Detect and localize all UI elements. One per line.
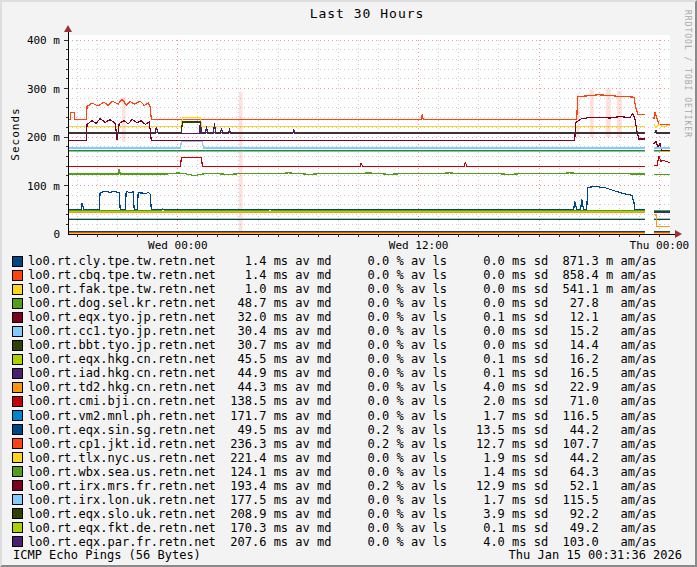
- legend-row: lo0.rt.tlx.nyc.us.retn.net 221.4 ms av m…: [12, 451, 657, 465]
- legend-row: lo0.rt.vm2.mnl.ph.retn.net 171.7 ms av m…: [12, 409, 657, 423]
- y-tick-label: 400 m: [27, 34, 60, 47]
- legend-row: lo0.rt.cly.tpe.tw.retn.net 1.4 ms av md …: [12, 254, 657, 268]
- x-tick-label: Wed 00:00: [148, 239, 208, 252]
- legend-color-swatch: [12, 466, 23, 477]
- chart-plot: 400 m300 m200 m100 m0Wed 00:00Wed 12:00T…: [2, 2, 697, 254]
- legend-color-swatch: [12, 410, 23, 421]
- legend-color-swatch: [12, 298, 23, 309]
- legend-row-text: lo0.rt.cmi.bji.cn.retn.net 138.5 ms av m…: [28, 395, 657, 407]
- legend-color-swatch: [12, 452, 23, 463]
- legend-color-swatch: [12, 354, 23, 365]
- legend-color-swatch: [12, 382, 23, 393]
- legend-color-swatch: [12, 494, 23, 505]
- legend-row: lo0.rt.cbq.tpe.tw.retn.net 1.4 ms av md …: [12, 268, 657, 282]
- legend-row-text: lo0.rt.eqx.slo.uk.retn.net 208.9 ms av m…: [28, 508, 657, 520]
- legend-color-swatch: [12, 340, 23, 351]
- legend-row-text: lo0.rt.eqx.sin.sg.retn.net 49.5 ms av md…: [28, 424, 657, 436]
- y-tick-label: 100 m: [27, 180, 60, 193]
- legend-color-swatch: [12, 438, 23, 449]
- legend-row: lo0.rt.fak.tpe.tw.retn.net 1.0 ms av md …: [12, 282, 657, 296]
- legend-row-text: lo0.rt.cbq.tpe.tw.retn.net 1.4 ms av md …: [28, 269, 657, 281]
- legend-color-swatch: [12, 326, 23, 337]
- legend-row: lo0.rt.eqx.par.fr.retn.net 207.6 ms av m…: [12, 535, 657, 549]
- legend-row-text: lo0.rt.cp1.jkt.id.retn.net 236.3 ms av m…: [28, 438, 657, 450]
- legend-row-text: lo0.rt.vm2.mnl.ph.retn.net 171.7 ms av m…: [28, 410, 657, 422]
- legend-row: lo0.rt.bbt.tyo.jp.retn.net 30.7 ms av md…: [12, 338, 657, 352]
- x-tick-label: Thu 00:00: [630, 239, 690, 252]
- legend-row: lo0.rt.eqx.fkt.de.retn.net 170.3 ms av m…: [12, 521, 657, 535]
- legend-row: lo0.rt.iad.hkg.cn.retn.net 44.9 ms av md…: [12, 366, 657, 380]
- legend-row-text: lo0.rt.dog.sel.kr.retn.net 48.7 ms av md…: [28, 297, 657, 309]
- legend-color-swatch: [12, 368, 23, 379]
- smoke-band: [239, 92, 243, 232]
- smoke-band: [590, 89, 594, 137]
- rrd-graph-image: Last 30 Hours Seconds RRDTOOL / TOBI OET…: [0, 0, 697, 567]
- legend-row: lo0.rt.cc1.tyo.jp.retn.net 30.4 ms av md…: [12, 324, 657, 338]
- legend-color-swatch: [12, 522, 23, 533]
- legend-row-text: lo0.rt.fak.tpe.tw.retn.net 1.0 ms av md …: [28, 283, 657, 295]
- legend-row-text: lo0.rt.wbx.sea.us.retn.net 124.1 ms av m…: [28, 466, 657, 478]
- legend-color-swatch: [12, 508, 23, 519]
- legend-row: lo0.rt.eqx.tyo.jp.retn.net 32.0 ms av md…: [12, 310, 657, 324]
- legend-row: lo0.rt.eqx.hkg.cn.retn.net 45.5 ms av md…: [12, 352, 657, 366]
- y-tick-label: 200 m: [27, 131, 60, 144]
- legend-row-text: lo0.rt.td2.hkg.cn.retn.net 44.3 ms av md…: [28, 381, 657, 393]
- legend-row-text: lo0.rt.eqx.par.fr.retn.net 207.6 ms av m…: [28, 536, 657, 548]
- x-axis-arrow: [675, 230, 682, 238]
- legend-color-swatch: [12, 480, 23, 491]
- legend-color-swatch: [12, 396, 23, 407]
- legend-row-text: lo0.rt.irx.lon.uk.retn.net 177.5 ms av m…: [28, 494, 657, 506]
- legend-row: lo0.rt.irx.lon.uk.retn.net 177.5 ms av m…: [12, 493, 657, 507]
- legend-row: lo0.rt.dog.sel.kr.retn.net 48.7 ms av md…: [12, 296, 657, 310]
- y-tick-label: 0: [53, 228, 60, 241]
- legend: lo0.rt.cly.tpe.tw.retn.net 1.4 ms av md …: [12, 254, 657, 549]
- legend-row-text: lo0.rt.bbt.tyo.jp.retn.net 30.7 ms av md…: [28, 339, 657, 351]
- legend-row-text: lo0.rt.eqx.fkt.de.retn.net 170.3 ms av m…: [28, 522, 657, 534]
- legend-row-text: lo0.rt.iad.hkg.cn.retn.net 44.9 ms av md…: [28, 367, 657, 379]
- legend-row-text: lo0.rt.irx.mrs.fr.retn.net 193.4 ms av m…: [28, 480, 657, 492]
- legend-row: lo0.rt.eqx.sin.sg.retn.net 49.5 ms av md…: [12, 423, 657, 437]
- x-tick-label: Wed 12:00: [389, 239, 449, 252]
- legend-row: lo0.rt.cp1.jkt.id.retn.net 236.3 ms av m…: [12, 437, 657, 451]
- legend-row-text: lo0.rt.tlx.nyc.us.retn.net 221.4 ms av m…: [28, 452, 657, 464]
- legend-color-swatch: [12, 270, 23, 281]
- legend-row: lo0.rt.eqx.slo.uk.retn.net 208.9 ms av m…: [12, 507, 657, 521]
- legend-row-text: lo0.rt.eqx.hkg.cn.retn.net 45.5 ms av md…: [28, 353, 657, 365]
- smoke-band: [617, 91, 622, 137]
- legend-row: lo0.rt.td2.hkg.cn.retn.net 44.3 ms av md…: [12, 380, 657, 394]
- legend-row: lo0.rt.irx.mrs.fr.retn.net 193.4 ms av m…: [12, 479, 657, 493]
- y-tick-label: 300 m: [27, 83, 60, 96]
- legend-row: lo0.rt.cmi.bji.cn.retn.net 138.5 ms av m…: [12, 394, 657, 408]
- legend-color-swatch: [12, 284, 23, 295]
- legend-color-swatch: [12, 424, 23, 435]
- legend-row-text: lo0.rt.eqx.tyo.jp.retn.net 32.0 ms av md…: [28, 311, 657, 323]
- footer-ping-type: ICMP Echo Pings (56 Bytes): [13, 548, 201, 562]
- footer-timestamp: Thu Jan 15 00:31:36 2026: [509, 548, 682, 562]
- y-axis-arrow: [64, 25, 72, 32]
- legend-row-text: lo0.rt.cc1.tyo.jp.retn.net 30.4 ms av md…: [28, 325, 657, 337]
- legend-color-swatch: [12, 312, 23, 323]
- plot-canvas: [68, 35, 670, 234]
- legend-row-text: lo0.rt.cly.tpe.tw.retn.net 1.4 ms av md …: [28, 255, 657, 267]
- legend-color-swatch: [12, 256, 23, 267]
- legend-row: lo0.rt.wbx.sea.us.retn.net 124.1 ms av m…: [12, 465, 657, 479]
- legend-color-swatch: [12, 536, 23, 547]
